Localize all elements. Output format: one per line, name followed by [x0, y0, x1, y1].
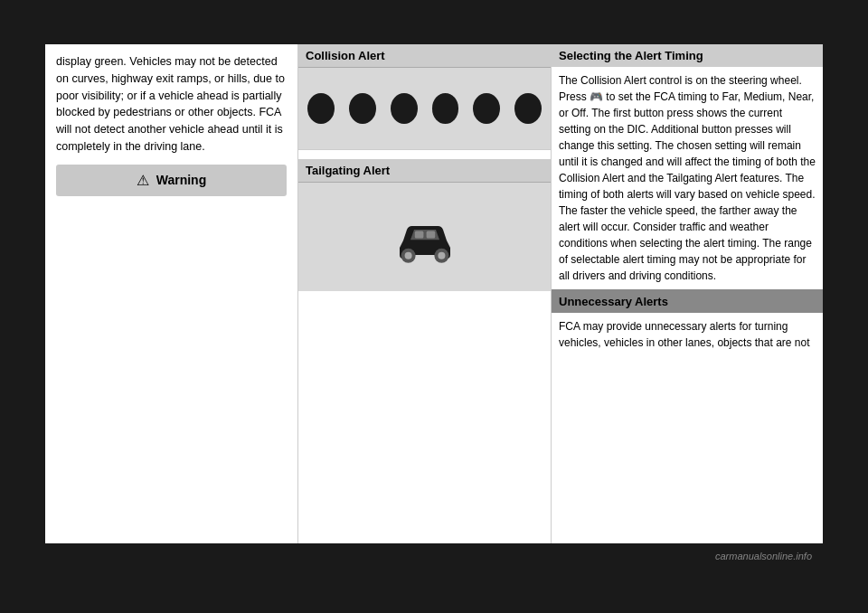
collision-dot-1: [307, 93, 335, 124]
collision-dot-3: [391, 93, 418, 124]
car-silhouette-icon: [389, 205, 461, 269]
selecting-alert-timing-body: The Collision Alert control is on the st…: [552, 67, 823, 290]
collision-dot-2: [349, 93, 376, 124]
svg-point-3: [438, 252, 445, 259]
svg-rect-4: [414, 231, 423, 239]
unnecessary-alerts-header: Unnecessary Alerts: [552, 290, 823, 313]
right-column: Selecting the Alert Timing The Collision…: [552, 44, 823, 569]
svg-rect-5: [426, 231, 435, 239]
warning-triangle-icon: ⚠: [137, 172, 149, 189]
collision-alert-header: Collision Alert: [298, 44, 551, 68]
watermark-bar: carmanualsonline.info: [45, 543, 823, 569]
tailgating-area: [298, 183, 551, 291]
warning-box: ⚠ Warning: [56, 165, 287, 196]
collision-dot-4: [432, 93, 459, 124]
collision-dot-6: [514, 93, 542, 124]
collision-alert-section: Collision Alert: [298, 44, 551, 150]
selecting-alert-timing-header: Selecting the Alert Timing: [552, 44, 823, 67]
tailgating-alert-header: Tailgating Alert: [298, 159, 551, 183]
left-body-text: display green. Vehicles may not be detec…: [56, 53, 287, 156]
middle-column: Collision Alert Tailgating Alert: [298, 44, 552, 569]
left-column: display green. Vehicles may not be detec…: [45, 44, 298, 569]
warning-label: Warning: [156, 173, 206, 187]
collision-dot-5: [473, 93, 500, 124]
watermark-text: carmanualsonline.info: [715, 551, 812, 561]
svg-point-1: [404, 252, 411, 259]
tailgating-alert-section: Tailgating Alert: [298, 159, 551, 291]
collision-dots-area: [298, 68, 551, 149]
page-container: display green. Vehicles may not be detec…: [45, 44, 823, 569]
unnecessary-alerts-body: FCA may provide unnecessary alerts for t…: [552, 313, 823, 356]
